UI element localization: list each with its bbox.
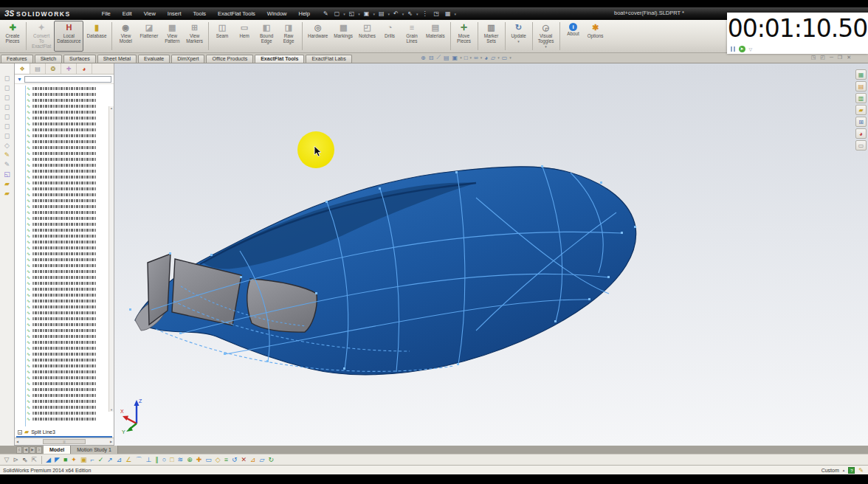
tree-row[interactable]: ∿ — [15, 186, 114, 192]
tree-row[interactable]: ∿ — [15, 227, 114, 233]
zoom-to-area-icon[interactable]: ⊟ — [427, 55, 435, 61]
hardware-button[interactable]: ◎Hardware — [305, 21, 331, 52]
sketch-tool-icon[interactable]: ◇ — [213, 454, 222, 465]
zoom-to-fit-icon[interactable]: ⊕ — [419, 55, 427, 61]
apply-scene-icon[interactable]: ▱ — [489, 55, 497, 61]
tree-row[interactable]: ∿ — [15, 192, 114, 198]
view-cube-iso-icon[interactable]: ◻ — [4, 131, 10, 141]
tree-row[interactable]: ∿ — [15, 316, 114, 322]
pointer-icon[interactable]: ⇖ — [20, 454, 30, 465]
cost-report-icon[interactable]: ▤ — [855, 81, 867, 91]
sketch-tool-icon[interactable]: ▭ — [204, 454, 214, 465]
pointer-drag-icon[interactable]: ⇱ — [30, 454, 39, 465]
sketch-tool-icon[interactable]: ∥ — [154, 454, 161, 465]
create-pieces-button[interactable]: ✚CreatePieces — [1, 21, 24, 52]
tree-row[interactable]: ∿ — [15, 398, 114, 404]
view-settings-icon[interactable]: ▭ — [500, 55, 509, 61]
view-cube-back-icon[interactable]: ◻ — [4, 83, 10, 93]
tree-row[interactable]: ∿ — [15, 322, 114, 328]
pen-icon[interactable]: ✎ — [320, 10, 331, 17]
tab-exactflat-labs[interactable]: ExactFlat Labs — [306, 55, 351, 63]
tree-row[interactable]: ∿ — [15, 145, 114, 151]
tab-model[interactable]: Model — [44, 446, 71, 454]
exactflat-panel-icon[interactable]: ▦ — [855, 69, 867, 80]
tab-features[interactable]: Features — [1, 55, 33, 63]
local-datasource-button[interactable]: HLocalDatasource — [54, 21, 83, 52]
plane-icon[interactable]: ◱ — [4, 170, 10, 179]
tree-row[interactable]: ∿ — [15, 139, 114, 145]
tree-row[interactable]: ∿ — [15, 381, 114, 387]
stats-icon[interactable]: ▥ — [855, 93, 867, 103]
select-icon[interactable]: ⇖ — [404, 10, 416, 17]
tree-row[interactable]: ∿ — [15, 127, 114, 133]
tab-surfaces[interactable]: Surfaces — [63, 55, 96, 63]
tree-row[interactable]: ∿ — [15, 298, 114, 304]
tab-exactflat-tools[interactable]: ExactFlat Tools — [255, 55, 304, 63]
tab-evaluate[interactable]: Evaluate — [138, 55, 170, 63]
tree-row[interactable]: ∿ — [15, 162, 114, 168]
tree-item-split-line3[interactable]: + ▰ Split Line3 — [15, 428, 114, 436]
configurationmanager-tab[interactable]: ❂ — [46, 63, 61, 74]
graphics-viewport[interactable]: Z X Y ▦▤▥▰⊞◕▭ — [114, 63, 868, 446]
view-settings-icon[interactable]: ▦ — [442, 10, 454, 17]
tree-row[interactable]: ∿ — [15, 91, 114, 97]
folder-icon[interactable]: ▰ — [4, 179, 10, 189]
annotation-icon[interactable]: ✎ — [858, 467, 864, 474]
sketch-tool-icon[interactable]: ◢ — [44, 454, 53, 465]
grain-lines-button[interactable]: ≡GrainLines — [401, 21, 423, 52]
scroll-up-icon[interactable]: ▲ — [110, 106, 113, 110]
hem-button[interactable]: ▭Hem — [233, 21, 255, 52]
update-button[interactable]: ↻Update▾ — [508, 21, 530, 52]
tree-row[interactable]: ∿ — [15, 304, 114, 310]
unit-system-label[interactable]: Custom — [822, 468, 839, 473]
appearance-icon[interactable]: ◕ — [855, 128, 867, 139]
marker-sets-button[interactable]: ▥MarkerSets — [480, 21, 503, 52]
tree-row[interactable]: ∿ — [15, 151, 114, 156]
tab-nav-icon[interactable]: ≥ — [36, 446, 42, 454]
tab-nav-icon[interactable]: ≤ — [16, 446, 22, 454]
tree-row[interactable]: ∿ — [15, 369, 114, 375]
view-cube-dimetric-icon[interactable]: ◇ — [4, 141, 10, 151]
sketch-tool-icon[interactable]: ✕ — [239, 454, 249, 465]
about-button[interactable]: iAbout — [562, 21, 585, 52]
drills-button[interactable]: ◔Drills — [379, 21, 401, 52]
restore-icon[interactable]: ❐ — [836, 55, 844, 60]
visual-toggles-button[interactable]: ◶VisualToggles▾ — [535, 21, 557, 52]
view-model-button[interactable]: ◉ViewModel — [114, 21, 137, 52]
tree-row[interactable]: ∿ — [15, 357, 114, 363]
menu-item-tools[interactable]: Tools — [187, 9, 213, 18]
pause-button[interactable] — [731, 46, 735, 52]
rebuild-icon[interactable]: ⋮ — [418, 10, 430, 17]
folder2-icon[interactable]: ▰ — [4, 189, 10, 198]
sketch-tool-icon[interactable]: ■ — [61, 454, 69, 465]
sketch-tool-icon[interactable]: ∠ — [124, 454, 134, 465]
unit-dropdown-icon[interactable]: ▴ — [843, 468, 845, 472]
tab-dimxpert[interactable]: DimXpert — [171, 55, 204, 63]
view-pattern-button[interactable]: ▦ViewPattern — [161, 21, 183, 52]
tree-row[interactable]: ∿ — [15, 292, 114, 298]
sketch-tool-icon[interactable]: ✦ — [69, 454, 79, 465]
tree-row[interactable]: ∿ — [15, 351, 114, 357]
tree-row[interactable]: ∿ — [15, 239, 114, 245]
tree-row[interactable]: ∿ — [15, 404, 114, 410]
tree-row[interactable]: ∿ — [15, 257, 114, 263]
tree-row[interactable]: ∿ — [15, 328, 114, 333]
cascade-icon[interactable]: ◰ — [818, 55, 827, 60]
grid-icon[interactable]: ⊞ — [855, 117, 867, 127]
tile-icon[interactable]: ◳ — [809, 55, 819, 60]
notches-button[interactable]: ◰Notches — [356, 21, 379, 52]
tree-row[interactable]: ∿ — [15, 274, 114, 280]
sketch-tool-icon[interactable]: ✓ — [96, 454, 106, 465]
tab-nav-icon[interactable]: ◀ — [23, 446, 29, 454]
move-pieces-button[interactable]: ✛MovePieces — [453, 21, 475, 52]
sketch-icon[interactable]: ✎ — [4, 151, 10, 160]
tree-row[interactable]: ∿ — [15, 215, 114, 221]
tree-row[interactable]: ∿ — [15, 387, 114, 393]
tab-motion-study-1[interactable]: Motion Study 1 — [71, 446, 118, 454]
options-button[interactable]: ✱Options — [585, 21, 607, 52]
propertymanager-tab[interactable]: ▤ — [30, 63, 46, 74]
bound-edge-button[interactable]: ◧BoundEdge — [255, 21, 278, 52]
convert-to-exactflat-button[interactable]: ✦ConvertToExactFlat — [29, 21, 54, 52]
tree-row[interactable]: ∿ — [15, 339, 114, 345]
notes-icon[interactable]: ▭ — [855, 140, 867, 151]
